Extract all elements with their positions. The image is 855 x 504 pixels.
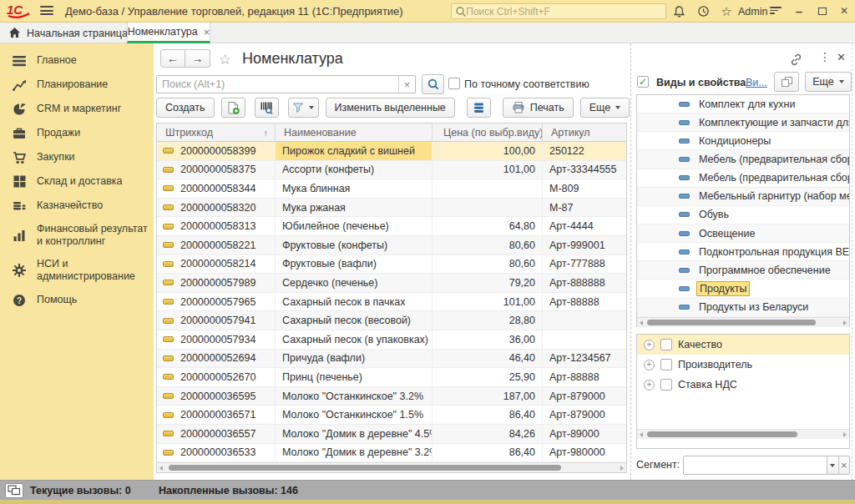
segment-combobox[interactable]: [683, 456, 850, 475]
service-menu-icon[interactable]: [768, 4, 782, 18]
notifications-bell-icon[interactable]: [671, 4, 686, 18]
type-row[interactable]: Кондиционеры: [637, 132, 849, 150]
segment-dropdown-button[interactable]: [827, 456, 838, 474]
current-user[interactable]: Admin: [738, 6, 767, 18]
sidebar-item-main[interactable]: Главное: [0, 48, 154, 73]
tab-home-page[interactable]: Начальная страница: [27, 23, 128, 43]
main-menu-icon[interactable]: [40, 6, 53, 17]
table-row[interactable]: 2000000058313 Юбилейное (печенье) 64,80 …: [157, 217, 626, 236]
table-horizontal-scrollbar[interactable]: [157, 462, 626, 472]
list-search-input[interactable]: [157, 78, 398, 90]
type-row[interactable]: Комплект для кухни: [637, 95, 849, 113]
property-checkbox[interactable]: [660, 339, 672, 350]
table-row[interactable]: 2000000058399 Пирожок сладкий с вишней 1…: [157, 142, 626, 161]
table-row[interactable]: 2000000052694 Причуда (вафли) 46,40 Арт-…: [157, 350, 626, 369]
table-row[interactable]: 2000000058214 Фруктовые (вафли) 80,60 Ар…: [157, 255, 626, 275]
forward-button[interactable]: →: [185, 49, 210, 68]
type-row[interactable]: Комплектующие и запчасти для быт: [637, 113, 849, 132]
print-button[interactable]: Печать: [503, 98, 574, 118]
minimize-button[interactable]: [792, 4, 807, 18]
tab-close-icon[interactable]: [204, 26, 210, 38]
table-row[interactable]: 2000000058344 Мука блинная М-809: [157, 179, 626, 199]
list-search-box[interactable]: [156, 75, 416, 93]
exact-match-checkbox[interactable]: [448, 78, 460, 89]
tab-nomenclature[interactable]: Номенклатура: [127, 23, 210, 43]
type-row[interactable]: Обувь: [637, 206, 849, 224]
sidebar-item-nsi-administration[interactable]: НСИ и администрирование: [0, 253, 154, 288]
more-button[interactable]: Еще: [580, 98, 630, 118]
table-row[interactable]: 2000000057941 Сахарный песок (весовой) 2…: [157, 311, 626, 330]
table-row[interactable]: 2000000057989 Сердечко (печенье) 79,20 А…: [157, 274, 626, 293]
table-row[interactable]: 2000000057965 Сахарный песок в пачках 10…: [157, 293, 626, 312]
type-row[interactable]: Программное обеспечение: [637, 261, 849, 280]
property-row[interactable]: Ставка НДС: [637, 375, 849, 395]
back-button[interactable]: ←: [160, 49, 185, 68]
table-row[interactable]: 2000000058221 Фруктовые (конфеты) 80,60 …: [157, 236, 626, 255]
types-horizontal-scrollbar[interactable]: [637, 317, 849, 327]
type-row[interactable]: Продукты из Беларуси: [637, 299, 849, 317]
expand-icon[interactable]: [644, 360, 655, 370]
property-row[interactable]: Производитель: [637, 355, 849, 375]
clear-search-icon[interactable]: [398, 76, 415, 93]
types-and-properties-checkbox[interactable]: [637, 76, 649, 88]
list-settings-button[interactable]: [467, 98, 491, 118]
scroll-right-icon[interactable]: [620, 466, 624, 471]
segment-input[interactable]: [684, 456, 827, 474]
create-group-button[interactable]: [221, 98, 245, 118]
global-search-box[interactable]: [451, 3, 666, 19]
segment-clear-button[interactable]: [838, 456, 850, 474]
barcode-button[interactable]: [255, 98, 279, 118]
scrollbar-thumb[interactable]: [647, 320, 816, 325]
table-row[interactable]: 2000000057934 Сахарный песок (в упаковка…: [157, 330, 626, 350]
sidebar-item-planning[interactable]: Планирование: [0, 73, 154, 97]
create-button[interactable]: Создать: [156, 98, 215, 118]
column-header-barcode[interactable]: Штрихкод: [157, 123, 276, 141]
table-row[interactable]: 2000000036595 Молоко "Останкинское" 3.2%…: [157, 387, 626, 406]
calls-monitor-icon[interactable]: [5, 483, 23, 498]
scroll-right-icon[interactable]: [843, 432, 847, 437]
table-row[interactable]: 2000000036571 Молоко "Останкинское" 1.5%…: [157, 406, 626, 425]
property-row[interactable]: Качество: [637, 335, 849, 355]
type-row[interactable]: Мебельный гарнитур (набор мебели): [637, 188, 849, 206]
type-row[interactable]: Подконтрольная продукция ВЕТИС: [637, 243, 849, 261]
maximize-button[interactable]: [815, 4, 830, 18]
sidebar-item-help[interactable]: ? Помощь: [0, 288, 154, 312]
properties-horizontal-scrollbar[interactable]: [637, 429, 849, 439]
types-more-button[interactable]: Еще: [805, 72, 852, 92]
table-row[interactable]: 2000000036557 Молоко "Домик в деревне" 4…: [157, 425, 626, 444]
expand-icon[interactable]: [644, 340, 655, 350]
scrollbar-thumb[interactable]: [169, 465, 561, 471]
table-row[interactable]: 2000000036533 Молоко "Домик в деревне" 3…: [157, 444, 626, 463]
sidebar-item-treasury[interactable]: Казначейство: [0, 194, 154, 218]
get-link-icon[interactable]: [789, 53, 803, 69]
expand-icon[interactable]: [644, 380, 655, 391]
favorite-star-icon[interactable]: [219, 51, 231, 68]
table-row[interactable]: 2000000052670 Принц (печенье) 25,90 Арт-…: [157, 368, 626, 387]
type-link[interactable]: Ви...: [746, 77, 767, 88]
type-row[interactable]: Освещение: [637, 224, 849, 243]
property-checkbox[interactable]: [660, 359, 672, 370]
table-row[interactable]: 2000000058375 Ассорти (конфеты) 101,00 А…: [157, 161, 626, 180]
sidebar-item-financial-result[interactable]: Финансовый результат и контроллинг: [0, 218, 154, 253]
home-icon[interactable]: [8, 27, 21, 41]
favorites-star-icon[interactable]: [719, 4, 734, 18]
column-header-name[interactable]: Наименование: [276, 123, 433, 141]
property-checkbox[interactable]: [660, 379, 672, 391]
scroll-left-icon[interactable]: [640, 432, 643, 437]
close-window-button[interactable]: [837, 4, 852, 18]
type-row[interactable]: Мебель (предварительная сборка): [637, 150, 849, 169]
type-row[interactable]: Продукты: [637, 280, 849, 298]
type-row[interactable]: Мебель (предварительная сборка) с: [637, 169, 849, 188]
sidebar-item-sales[interactable]: Продажи: [0, 121, 154, 145]
column-header-article[interactable]: Артикул: [543, 123, 626, 141]
filter-button[interactable]: [288, 98, 319, 118]
search-button[interactable]: [422, 74, 444, 94]
sidebar-item-warehouse[interactable]: Склад и доставка: [0, 169, 154, 194]
panel-splitter-right[interactable]: [852, 43, 852, 480]
scroll-left-icon[interactable]: [159, 466, 163, 471]
table-row[interactable]: 2000000058320 Мука ржаная М-87: [157, 199, 626, 218]
column-header-price[interactable]: Цена (по выбр.виду): [433, 123, 543, 141]
global-search-input[interactable]: [466, 6, 662, 18]
history-icon[interactable]: [696, 4, 711, 18]
compare-button[interactable]: [774, 72, 799, 92]
